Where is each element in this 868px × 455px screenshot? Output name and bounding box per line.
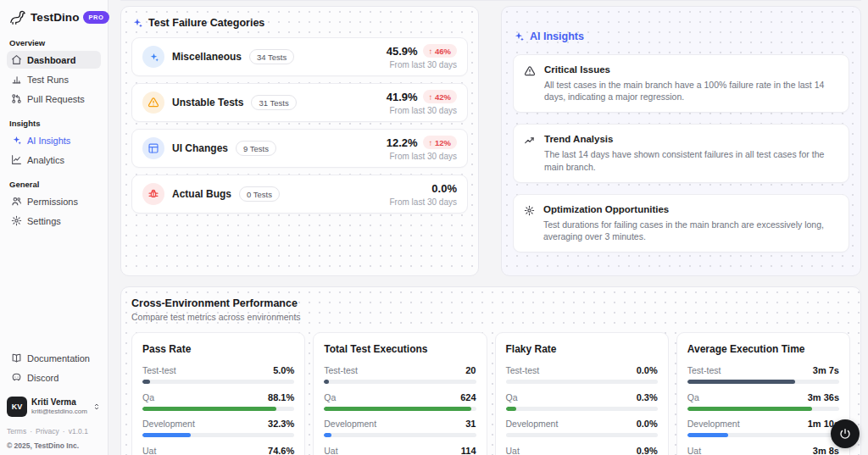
user-name: Kriti Verma [31, 397, 88, 408]
failure-category-row[interactable]: Actual Bugs 0 Tests 0.0% From last 30 da… [131, 175, 468, 214]
brand-name: TestDino [31, 11, 80, 24]
sidebar-item-documentation[interactable]: Documentation [7, 349, 101, 367]
progress-bar-track [324, 380, 476, 384]
gear-icon [524, 205, 535, 242]
failure-category-row[interactable]: Miscellaneous 34 Tests 45.9% ↑ 46% From … [131, 37, 468, 76]
panel-title: AI Insights [530, 31, 584, 42]
period-label: From last 30 days [390, 152, 457, 161]
legal-footer: Terms·Privacy·v1.0.1 © 2025, TestDino In… [7, 427, 101, 450]
sparkles-icon [131, 17, 143, 29]
env-value: 0.3% [637, 392, 658, 402]
env-label: Development [324, 419, 376, 429]
progress-bar-track [142, 407, 294, 411]
progress-bar-track [324, 407, 476, 411]
sidebar-nav: OverviewDashboardTest RunsPull RequestsI… [7, 27, 101, 231]
book-icon [11, 352, 22, 363]
metric-row: Development 0.0% [506, 419, 658, 437]
env-label: Test-test [324, 365, 358, 375]
failure-percent: 12.2% [387, 136, 418, 149]
progress-bar-track [142, 380, 294, 384]
env-label: Test-test [687, 365, 721, 375]
test-failure-categories-panel: Test Failure Categories Miscellaneous 34… [120, 6, 479, 276]
sparkles-icon [142, 46, 164, 68]
metric-row: Uat 3m 8s [687, 446, 839, 455]
legal-links: Terms·Privacy·v1.0.1 [7, 427, 101, 436]
sidebar-item-ai-insights[interactable]: AI Insights [7, 131, 101, 149]
copyright: © 2025, TestDino Inc. [7, 441, 101, 450]
category-name: UI Changes [172, 142, 228, 154]
insight-description: All test cases in the main branch have a… [544, 79, 838, 103]
env-value: 3m 8s [813, 446, 839, 455]
main-content: Test Failure Categories Miscellaneous 34… [108, 0, 868, 455]
failure-category-row[interactable]: Unstable Tests 31 Tests 41.9% ↑ 42% From… [131, 83, 468, 122]
trend-badge: ↑ 46% [423, 44, 457, 58]
sidebar-item-label: Permissions [27, 197, 78, 207]
progress-bar-track [142, 433, 294, 437]
sidebar-item-pull-requests[interactable]: Pull Requests [7, 90, 101, 108]
sidebar: TestDino PRO OverviewDashboardTest RunsP… [0, 0, 108, 455]
env-value: 114 [461, 446, 476, 455]
insight-title: Critical Issues [544, 64, 838, 75]
env-value: 31 [465, 419, 476, 429]
metric-card-title: Pass Rate [142, 343, 294, 355]
insight-description: The last 14 days have shown consistent f… [544, 148, 838, 172]
ai-insight-item: Optimization Opportunities Test duration… [513, 194, 849, 252]
dot-separator: · [30, 427, 32, 436]
scrolled-card-edge [120, 0, 861, 1]
progress-bar-track [324, 433, 476, 437]
metric-card-flaky-rate: Flaky Rate Test-test 0.0% Qa 0.3% [495, 332, 669, 455]
warning-triangle-icon [142, 92, 164, 114]
metric-card-title: Total Test Executions [324, 343, 476, 355]
user-email: kriti@testdino.com [31, 408, 88, 416]
sidebar-item-permissions[interactable]: Permissions [7, 192, 101, 210]
env-value: 0.9% [637, 446, 658, 455]
trend-badge: ↑ 42% [423, 90, 457, 103]
progress-bar-fill [687, 433, 728, 437]
progress-bar-track [506, 380, 658, 384]
env-label: Uat [324, 446, 337, 455]
metric-row: Development 32.3% [142, 419, 294, 437]
sidebar-item-label: AI Insights [27, 136, 70, 146]
insight-title: Optimization Opportunities [543, 204, 838, 214]
progress-bar-track [506, 407, 658, 411]
sidebar-item-label: Settings [27, 216, 61, 226]
progress-bar-fill [687, 380, 795, 384]
ai-insights-panel: AI Insights Critical Issues All test cas… [501, 6, 861, 276]
legal-link[interactable]: Terms [7, 427, 26, 436]
sidebar-item-discord[interactable]: Discord [7, 369, 101, 386]
dot-separator: · [63, 427, 65, 436]
user-menu[interactable]: KV Kriti Verma kriti@testdino.com [7, 397, 101, 417]
help-widget-button[interactable] [831, 419, 860, 448]
progress-bar-track [506, 433, 658, 437]
metric-row: Uat 74.6% [142, 446, 294, 455]
cross-environment-panel: Cross-Environment Performance Compare te… [120, 286, 861, 455]
progress-bar-fill [506, 407, 517, 411]
env-label: Qa [324, 392, 336, 402]
pull-request-icon [11, 93, 22, 104]
metric-row: Test-test 0.0% [506, 365, 658, 384]
sidebar-item-dashboard[interactable]: Dashboard [7, 51, 101, 69]
failure-category-row[interactable]: UI Changes 9 Tests 12.2% ↑ 12% From last… [131, 129, 468, 168]
progress-bar-fill [142, 380, 150, 384]
sidebar-item-settings[interactable]: Settings [7, 212, 101, 230]
failure-percent: 0.0% [431, 182, 457, 195]
sidebar-item-test-runs[interactable]: Test Runs [7, 70, 101, 88]
metric-card-total-test-executions: Total Test Executions Test-test 20 Qa 62… [313, 332, 487, 455]
pro-badge: PRO [83, 11, 110, 24]
legal-link[interactable]: Privacy [36, 427, 59, 436]
brand-logo[interactable]: TestDino PRO [7, 7, 101, 27]
chevrons-up-down-icon [92, 402, 101, 412]
metric-row: Uat 114 [324, 446, 476, 455]
nav-section-label: Overview [9, 38, 98, 47]
category-name: Unstable Tests [172, 97, 243, 108]
env-label: Development [506, 419, 559, 429]
progress-bar-fill [142, 407, 276, 411]
failure-percent: 45.9% [387, 45, 418, 58]
metric-row: Qa 0.3% [506, 392, 658, 411]
sidebar-item-analytics[interactable]: Analytics [7, 151, 101, 169]
category-name: Miscellaneous [172, 51, 242, 63]
legal-link[interactable]: v1.0.1 [69, 427, 88, 436]
environment-metric-cards: Pass Rate Test-test 5.0% Qa 88.1% [131, 332, 850, 455]
nav-section-label: General [9, 180, 98, 189]
metric-row: Development 31 [324, 419, 476, 437]
